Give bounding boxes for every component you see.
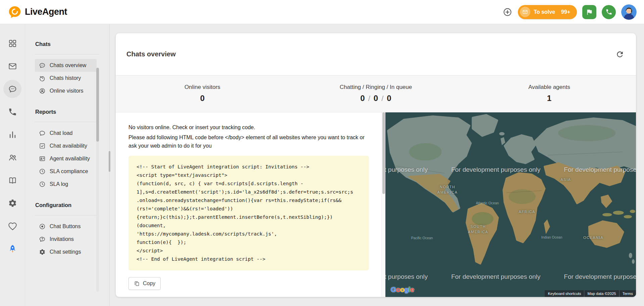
sidebar-item-chat-settings[interactable]: Chat settings (35, 246, 97, 258)
rail-item-customers[interactable] (3, 148, 21, 166)
user-avatar[interactable] (621, 4, 637, 20)
phone-icon (8, 107, 17, 116)
sidebar-item-label: Agent availability (50, 156, 90, 162)
map-data-text: Map data ©2025 (584, 290, 619, 297)
page-title: Chats overview (126, 50, 176, 58)
stat-value: 0/0/0 (289, 94, 463, 103)
bubble-question-icon (39, 236, 46, 243)
chats-overview-card: Chats overview Online visitors 0 Chattin… (116, 33, 636, 297)
rail-item-reports[interactable] (3, 125, 21, 144)
to-solve-label: To solve (534, 9, 555, 15)
chat-bubble-icon (39, 130, 46, 137)
sidebar-item-label: Invitations (50, 236, 74, 242)
id-card-icon (39, 155, 46, 162)
check-square-icon (39, 143, 46, 149)
map-label-oceania: OCEANIA (580, 235, 607, 241)
keyboard-shortcuts-link[interactable]: Keyboard shortcuts (545, 290, 584, 297)
tracking-line1: No visitors online. Check or insert your… (128, 123, 367, 132)
main-area: Chats overview Online visitors 0 Chattin… (110, 24, 644, 306)
rail-item-improve[interactable] (3, 217, 21, 235)
book-icon (8, 176, 17, 185)
stat-value: 1 (463, 94, 636, 103)
envelope-badge (520, 7, 530, 17)
map-label-atlantic-ocean: Atlantic Ocean (476, 200, 499, 205)
stat-label: Available agents (463, 84, 636, 91)
dev-watermark: For development purposes only (451, 166, 540, 173)
sidebar-item-label: Chats overview (50, 62, 86, 68)
stat-label: Chatting / Ringing / In queue (289, 84, 463, 91)
sidebar-item-agent-availability[interactable]: Agent availability (35, 152, 97, 165)
heart-icon (8, 221, 17, 231)
stat-chatting-ringing-queue: Chatting / Ringing / In queue 0/0/0 (289, 84, 463, 103)
to-solve-count: 99+ (561, 9, 570, 15)
sidebar-item-sla-compliance[interactable]: SLA compliance (35, 165, 97, 178)
edge-scrollbar-thumb[interactable] (109, 151, 110, 172)
sidebar-scrollbar-thumb[interactable] (96, 68, 99, 142)
topbar-actions: To solve 99+ (502, 4, 637, 20)
topbar: LiveAgent To solve 99+ (0, 0, 644, 24)
rail-item-knowledgebase[interactable] (3, 171, 21, 189)
card-content: No visitors online. Check or insert your… (116, 112, 636, 297)
refresh-button[interactable] (614, 49, 625, 60)
content-scrollbar-track (381, 112, 385, 297)
rail-item-chats[interactable] (3, 80, 21, 98)
sidebar-item-chat-availability[interactable]: Chat availability (35, 140, 97, 152)
copy-button-label: Copy (143, 280, 155, 287)
visitors-map[interactable]: NORTH AMERICA ASIA AFRICA SOUTH AMERICA … (385, 112, 636, 297)
sidebar-item-label: SLA compliance (50, 168, 88, 174)
to-solve-button[interactable]: To solve 99+ (518, 5, 577, 19)
section-heading-chats: Chats (35, 24, 109, 54)
tracking-pane: No visitors online. Check or insert your… (116, 112, 381, 297)
nav-rail (0, 24, 25, 306)
add-button[interactable] (502, 7, 513, 17)
dev-watermark: For development purposes only (385, 166, 428, 173)
map-attribution-bar: Keyboard shortcuts Map data ©2025 Terms (545, 290, 636, 297)
users-icon (8, 153, 17, 162)
bar-chart-icon (8, 130, 17, 139)
brand-name: LiveAgent (25, 7, 67, 17)
google-logo[interactable]: Google (391, 286, 414, 294)
rail-item-calls[interactable] (3, 103, 21, 121)
rail-item-tickets[interactable] (3, 57, 21, 75)
rail-item-configuration[interactable] (3, 194, 21, 212)
terms-link[interactable]: Terms (619, 290, 636, 297)
mail-icon (8, 62, 17, 71)
dev-watermark: For development purposes only (564, 273, 636, 280)
sidebar-item-chats-history[interactable]: Chats history (35, 72, 97, 85)
sidebar-item-label: SLA log (50, 181, 68, 187)
rail-item-dashboard[interactable] (3, 34, 21, 52)
sidebar-scrollbar-track (96, 68, 99, 292)
plus-circle-icon (503, 7, 512, 17)
sidebar-item-sla-log[interactable]: SLA log (35, 178, 97, 191)
watermark-row: For development purposes only For develo… (385, 166, 636, 173)
sidebar-item-chats-overview[interactable]: Chats overview (35, 59, 97, 72)
sidebar-item-label: Chats history (50, 75, 81, 81)
sidebar-item-online-visitors[interactable]: Online visitors (35, 85, 97, 97)
rail-item-getting-started[interactable] (3, 240, 21, 258)
dev-watermark: For development purposes only (451, 273, 540, 280)
sidebar-item-label: Chat availability (50, 143, 87, 149)
history-icon (39, 75, 46, 82)
sidebar-item-invitations[interactable]: Invitations (35, 233, 97, 246)
map-label-indian-ocean: Indian Ocean (540, 235, 564, 240)
sidebar-item-label: Chat settings (50, 249, 81, 255)
map-label-south-america: SOUTH AMERICA (464, 224, 492, 235)
dev-watermark: For development purposes only (385, 273, 428, 280)
sidebar-item-chat-buttons[interactable]: Chat Buttons (35, 220, 97, 233)
copy-button[interactable]: Copy (128, 277, 161, 290)
content-scrollbar-thumb[interactable] (382, 112, 385, 194)
sidebar-item-label: Chat load (50, 130, 73, 136)
copy-icon (134, 280, 140, 287)
sidebar-item-chat-load[interactable]: Chat load (35, 127, 97, 140)
flag-icon (586, 8, 593, 16)
stat-label: Online visitors (116, 84, 289, 91)
map-label-asia: ASIA (552, 177, 580, 183)
dev-watermark: For development purposes only (564, 166, 636, 173)
tracking-info-text: No visitors online. Check or insert your… (128, 123, 367, 150)
brand-logo[interactable]: LiveAgent (8, 5, 67, 19)
phone-icon (605, 8, 612, 15)
calls-quick-button[interactable] (602, 5, 616, 19)
chats-quick-button[interactable] (582, 5, 596, 19)
map-label-africa: AFRICA (513, 209, 541, 215)
stat-value: 0 (116, 94, 289, 103)
